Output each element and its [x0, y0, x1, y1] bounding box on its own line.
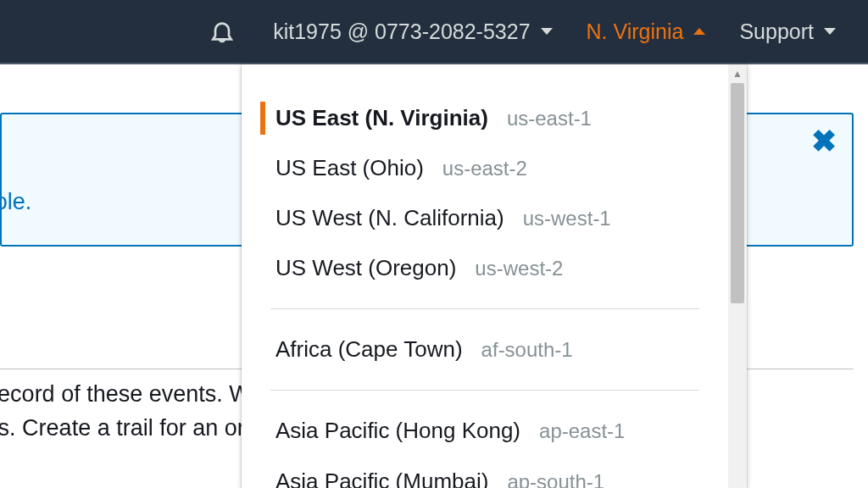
region-option-label: US West (N. California): [275, 203, 504, 233]
bell-icon: [209, 18, 236, 45]
region-option[interactable]: Asia Pacific (Hong Kong)ap-east-1: [242, 406, 728, 456]
support-menu[interactable]: Support: [722, 0, 853, 63]
account-label: kit1975 @ 0773-2082-5327: [273, 19, 530, 44]
alert-message: Experience the new console.: [0, 189, 31, 215]
top-nav-bar: kit1975 @ 0773-2082-5327 N. Virginia Sup…: [0, 0, 868, 64]
region-option-code: af-south-1: [481, 336, 573, 363]
region-option-label: US West (Oregon): [275, 253, 456, 283]
region-menu-toggle[interactable]: N. Virginia: [570, 0, 723, 63]
region-option-code: ap-east-1: [539, 418, 625, 445]
scroll-up-arrow-icon[interactable]: ▲: [728, 64, 747, 83]
region-option-label: Asia Pacific (Mumbai): [275, 467, 488, 488]
region-label: N. Virginia: [587, 19, 684, 44]
region-option-code: us-west-1: [523, 205, 611, 232]
chevron-down-icon: [541, 28, 553, 35]
region-group-divider: [270, 308, 699, 309]
region-group-divider: [270, 390, 699, 391]
region-option-label: US East (N. Virginia): [275, 103, 488, 133]
region-option-code: us-east-2: [442, 155, 527, 182]
region-option[interactable]: US West (N. California)us-west-1: [242, 193, 728, 243]
region-option-code: us-east-1: [507, 105, 592, 132]
region-option[interactable]: Africa (Cape Town)af-south-1: [242, 324, 728, 374]
chevron-up-icon: [693, 28, 705, 35]
account-menu[interactable]: kit1975 @ 0773-2082-5327: [256, 0, 569, 63]
notifications-button[interactable]: [188, 18, 256, 45]
region-option-label: Asia Pacific (Hong Kong): [275, 416, 520, 446]
chevron-down-icon: [824, 28, 836, 35]
region-option-code: ap-south-1: [507, 469, 604, 488]
region-option-code: us-west-2: [475, 255, 563, 282]
scrollbar-thumb[interactable]: [731, 83, 744, 303]
region-list: US East (N. Virginia)us-east-1US East (O…: [242, 64, 728, 488]
alert-close-button[interactable]: ✖: [811, 126, 837, 157]
scrollbar[interactable]: ▲: [728, 64, 747, 488]
region-option[interactable]: US East (Ohio)us-east-2: [242, 143, 728, 193]
region-option[interactable]: US West (Oregon)us-west-2: [242, 243, 728, 293]
region-option[interactable]: Asia Pacific (Mumbai)ap-south-1: [242, 457, 728, 488]
support-label: Support: [739, 19, 814, 44]
region-option[interactable]: US East (N. Virginia)us-east-1: [242, 93, 728, 143]
region-option-label: US East (Ohio): [275, 153, 424, 183]
region-option-label: Africa (Cape Town): [275, 335, 463, 364]
region-dropdown: US East (N. Virginia)us-east-1US East (O…: [242, 64, 747, 488]
